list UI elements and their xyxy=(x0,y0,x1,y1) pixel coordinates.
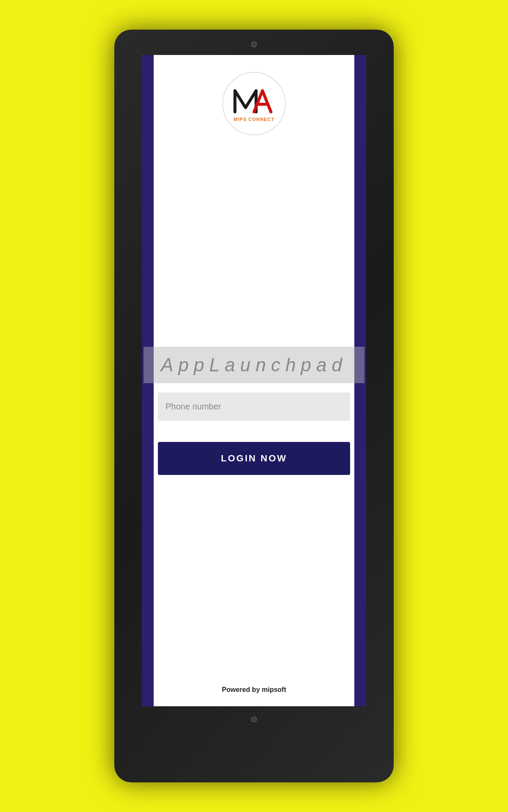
front-camera-icon xyxy=(251,41,257,47)
watermark-text: AppLaunchpad xyxy=(161,354,347,376)
watermark-bar: AppLaunchpad xyxy=(144,347,364,383)
powered-by-text: Powered by mipsoft xyxy=(222,686,286,694)
tablet-device: MIPS CONNECT AppLaunchpad LOGIN NOW Powe… xyxy=(114,30,394,782)
login-now-button[interactable]: LOGIN NOW xyxy=(158,442,350,475)
app-logo: MIPS CONNECT xyxy=(222,72,286,135)
logo-svg xyxy=(233,85,275,115)
phone-input-container xyxy=(154,392,354,421)
phone-number-input[interactable] xyxy=(158,392,350,421)
screen-content: MIPS CONNECT AppLaunchpad LOGIN NOW Powe… xyxy=(142,55,366,706)
home-button[interactable] xyxy=(251,716,257,722)
logo-label: MIPS CONNECT xyxy=(234,117,274,122)
tablet-screen: MIPS CONNECT AppLaunchpad LOGIN NOW Powe… xyxy=(142,55,366,706)
